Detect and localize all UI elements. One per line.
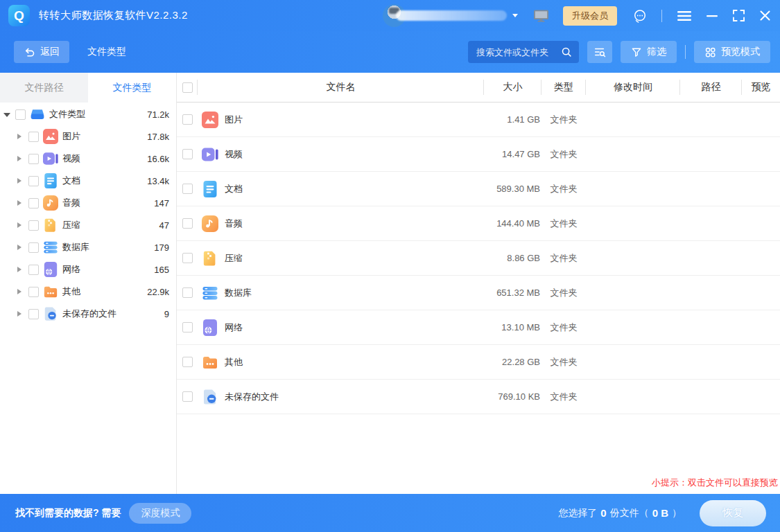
chevron-down-icon[interactable] — [512, 14, 518, 17]
row-type: 文件夹 — [551, 114, 578, 126]
row-name: 图片 — [225, 114, 243, 126]
tree-checkbox[interactable] — [28, 154, 39, 164]
tree-item[interactable]: 数据库 179 — [0, 236, 176, 258]
table-row[interactable]: 文档 589.30 MB 文件夹 — [177, 172, 780, 206]
table-row[interactable]: 视频 14.47 GB 文件夹 — [177, 137, 780, 172]
row-size: 13.10 MB — [501, 322, 540, 332]
search-box — [468, 41, 579, 63]
row-checkbox[interactable] — [182, 114, 193, 125]
table-row[interactable]: 音频 144.40 MB 文件夹 — [177, 206, 780, 241]
row-type: 文件夹 — [551, 287, 578, 299]
deep-mode-button[interactable]: 深度模式 — [129, 503, 191, 524]
select-all-checkbox[interactable] — [182, 82, 193, 93]
preview-mode-button[interactable]: 预览模式 — [694, 41, 770, 63]
table-row[interactable]: 其他 22.28 GB 文件夹 — [177, 345, 780, 380]
table-row[interactable]: 压缩 8.86 GB 文件夹 — [177, 241, 780, 276]
tree-item-label: 其他 — [62, 285, 80, 298]
tree-item[interactable]: 图片 17.8k — [0, 125, 176, 148]
expand-arrow-icon[interactable] — [17, 155, 24, 162]
tree-checkbox[interactable] — [28, 309, 39, 319]
tree-item[interactable]: 视频 16.6k — [0, 148, 176, 170]
table-row[interactable]: 图片 1.41 GB 文件夹 — [177, 103, 780, 137]
back-button[interactable]: 返回 — [14, 41, 69, 63]
upgrade-member-button[interactable]: 升级会员 — [563, 6, 617, 26]
document-icon — [202, 181, 218, 197]
table-row[interactable]: 未保存的文件 769.10 KB 文件夹 — [177, 380, 780, 414]
tab-file-type[interactable]: 文件类型 — [88, 73, 176, 103]
row-checkbox[interactable] — [182, 218, 193, 229]
tree-item-count: 165 — [154, 265, 176, 275]
maximize-icon[interactable] — [733, 10, 745, 21]
tree-item[interactable]: 网络 165 — [0, 258, 176, 281]
tree-item-count: 16.6k — [147, 154, 176, 164]
expand-arrow-icon[interactable] — [17, 288, 24, 295]
expand-arrow-icon[interactable] — [17, 244, 24, 251]
tree-checkbox[interactable] — [28, 132, 39, 142]
video-icon — [43, 151, 58, 166]
row-type: 文件夹 — [551, 356, 578, 369]
row-name: 数据库 — [225, 287, 252, 299]
tree-item[interactable]: 音频 147 — [0, 192, 176, 214]
row-type: 文件夹 — [551, 321, 578, 334]
header-modified[interactable]: 修改时间 — [586, 73, 680, 102]
expand-arrow-icon[interactable] — [17, 200, 24, 206]
row-checkbox[interactable] — [182, 357, 193, 367]
minimize-icon[interactable] — [707, 10, 718, 21]
customer-service-icon[interactable] — [632, 8, 648, 24]
row-checkbox[interactable] — [182, 253, 193, 263]
tree-checkbox[interactable] — [28, 198, 39, 209]
image-icon — [43, 129, 58, 144]
row-checkbox[interactable] — [182, 287, 193, 298]
tree-checkbox[interactable] — [28, 220, 39, 231]
selection-mid: 份文件（ — [610, 507, 649, 520]
header-type[interactable]: 类型 — [541, 73, 586, 102]
expand-arrow-icon[interactable] — [17, 310, 24, 317]
row-size: 8.86 GB — [507, 253, 540, 263]
tree-item-label: 视频 — [62, 152, 80, 165]
row-name: 音频 — [225, 218, 243, 230]
tree-item[interactable]: 未保存的文件 9 — [0, 303, 176, 325]
tree-item-count: 9 — [164, 309, 176, 319]
tree-item-count: 71.2k — [147, 109, 176, 120]
row-name: 其他 — [225, 356, 243, 369]
unsaved-icon — [43, 306, 58, 321]
app-logo-icon: Q — [8, 5, 30, 26]
header-preview[interactable]: 预览 — [742, 73, 780, 102]
tree-checkbox[interactable] — [28, 242, 39, 253]
titlebar-divider — [661, 10, 662, 22]
table-row[interactable]: 数据库 651.32 MB 文件夹 — [177, 276, 780, 310]
filter-button[interactable]: 筛选 — [621, 41, 677, 63]
table-row[interactable]: 网络 13.10 MB 文件夹 — [177, 310, 780, 345]
tree-item[interactable]: 压缩 47 — [0, 214, 176, 236]
content-area: 文件路径 文件类型 文件类型 71.2k 图片 17.8k 视频 16.6k 文… — [0, 73, 780, 494]
row-checkbox[interactable] — [182, 184, 193, 194]
search-input[interactable] — [476, 47, 561, 57]
list-search-button[interactable] — [587, 41, 612, 63]
tree-item[interactable]: 文件类型 71.2k — [0, 103, 176, 125]
expand-arrow-icon[interactable] — [17, 177, 24, 184]
tree-item[interactable]: 其他 22.9k — [0, 281, 176, 303]
list-search-icon — [593, 46, 606, 58]
expand-arrow-icon[interactable] — [17, 133, 24, 140]
expand-arrow-icon[interactable] — [3, 111, 10, 118]
row-checkbox[interactable] — [182, 149, 193, 159]
tree-checkbox[interactable] — [28, 176, 39, 186]
tree-checkbox[interactable] — [15, 109, 26, 120]
tree-checkbox[interactable] — [28, 265, 39, 275]
row-checkbox[interactable] — [182, 322, 193, 332]
tree-item[interactable]: 文档 13.4k — [0, 170, 176, 192]
expand-arrow-icon[interactable] — [17, 266, 24, 273]
row-checkbox[interactable] — [182, 391, 193, 402]
tree-checkbox[interactable] — [28, 287, 39, 297]
row-type: 文件夹 — [551, 252, 578, 265]
menu-icon[interactable] — [677, 10, 691, 21]
expand-arrow-icon[interactable] — [17, 222, 24, 229]
monitor-icon[interactable] — [533, 9, 549, 23]
header-name[interactable]: 文件名 — [198, 73, 484, 102]
recover-button[interactable]: 恢复 — [700, 500, 766, 526]
search-icon[interactable] — [561, 46, 572, 57]
tab-file-path[interactable]: 文件路径 — [0, 73, 88, 103]
close-icon[interactable] — [760, 10, 770, 21]
header-size[interactable]: 大小 — [484, 73, 541, 102]
header-path[interactable]: 路径 — [680, 73, 742, 102]
